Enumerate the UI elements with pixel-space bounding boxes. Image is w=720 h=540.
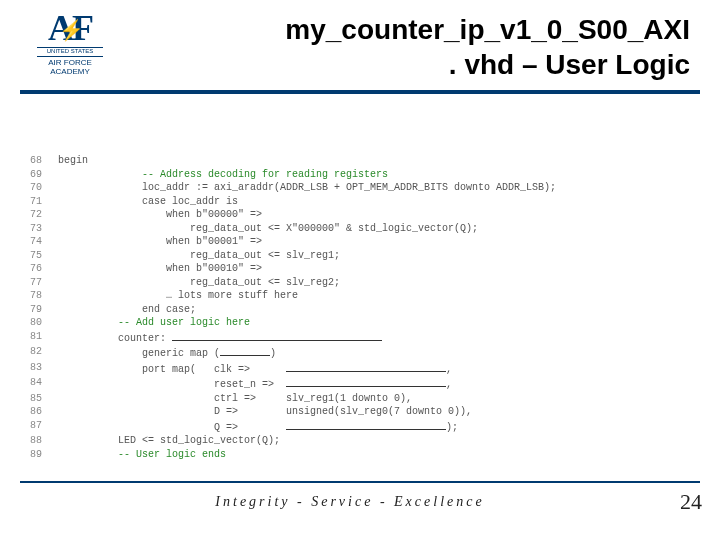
code-line: 87 Q => ); bbox=[30, 419, 690, 435]
line-number: 88 bbox=[30, 434, 58, 448]
line-number: 74 bbox=[30, 235, 58, 249]
code-text: when b"00010" => bbox=[58, 262, 690, 276]
code-text: reg_data_out <= slv_reg1; bbox=[58, 249, 690, 263]
code-text: LED <= std_logic_vector(Q); bbox=[58, 434, 690, 448]
code-line: 76 when b"00010" => bbox=[30, 262, 690, 276]
line-number: 86 bbox=[30, 405, 58, 419]
code-line: 88 LED <= std_logic_vector(Q); bbox=[30, 434, 690, 448]
code-text: counter: bbox=[58, 330, 690, 346]
code-line: 68begin bbox=[30, 154, 690, 168]
code-text: loc_addr := axi_araddr(ADDR_LSB + OPT_ME… bbox=[58, 181, 690, 195]
code-text: -- Address decoding for reading register… bbox=[58, 168, 690, 182]
logo-text: UNITED STATES AIR FORCE ACADEMY bbox=[20, 46, 120, 76]
code-line: 70 loc_addr := axi_araddr(ADDR_LSB + OPT… bbox=[30, 181, 690, 195]
usafa-logo: AF ⚡ UNITED STATES AIR FORCE ACADEMY bbox=[20, 12, 120, 77]
code-line: 83 port map( clk => , bbox=[30, 361, 690, 377]
line-number: 89 bbox=[30, 448, 58, 462]
line-number: 75 bbox=[30, 249, 58, 263]
code-line: 71 case loc_addr is bbox=[30, 195, 690, 209]
motto: Integrity - Service - Excellence bbox=[20, 494, 680, 510]
line-number: 76 bbox=[30, 262, 58, 276]
code-line: 77 reg_data_out <= slv_reg2; bbox=[30, 276, 690, 290]
code-line: 69 -- Address decoding for reading regis… bbox=[30, 168, 690, 182]
footer: Integrity - Service - Excellence 24 bbox=[0, 489, 720, 525]
code-listing: 68begin69 -- Address decoding for readin… bbox=[0, 94, 720, 471]
code-line: 84 reset_n => , bbox=[30, 376, 690, 392]
line-number: 68 bbox=[30, 154, 58, 168]
code-text: … lots more stuff here bbox=[58, 289, 690, 303]
code-line: 80 -- Add user logic here bbox=[30, 316, 690, 330]
line-number: 79 bbox=[30, 303, 58, 317]
line-number: 78 bbox=[30, 289, 58, 303]
logo-line2: ACADEMY bbox=[50, 67, 90, 76]
code-line: 85 ctrl => slv_reg1(1 downto 0), bbox=[30, 392, 690, 406]
code-line: 79 end case; bbox=[30, 303, 690, 317]
code-line: 73 reg_data_out <= X"000000" & std_logic… bbox=[30, 222, 690, 236]
code-text: ctrl => slv_reg1(1 downto 0), bbox=[58, 392, 690, 406]
code-text: when b"00000" => bbox=[58, 208, 690, 222]
code-text: reset_n => , bbox=[58, 376, 690, 392]
page-number: 24 bbox=[680, 489, 702, 515]
line-number: 84 bbox=[30, 376, 58, 392]
code-text: port map( clk => , bbox=[58, 361, 690, 377]
line-number: 80 bbox=[30, 316, 58, 330]
code-line: 81 counter: bbox=[30, 330, 690, 346]
line-number: 77 bbox=[30, 276, 58, 290]
line-number: 87 bbox=[30, 419, 58, 435]
code-line: 82 generic map () bbox=[30, 345, 690, 361]
code-text: reg_data_out <= X"000000" & std_logic_ve… bbox=[58, 222, 690, 236]
logo-mark: AF ⚡ bbox=[20, 12, 120, 44]
code-text: reg_data_out <= slv_reg2; bbox=[58, 276, 690, 290]
code-text: case loc_addr is bbox=[58, 195, 690, 209]
code-text: when b"00001" => bbox=[58, 235, 690, 249]
lightning-icon: ⚡ bbox=[59, 21, 82, 39]
code-line: 75 reg_data_out <= slv_reg1; bbox=[30, 249, 690, 263]
slide-header: AF ⚡ UNITED STATES AIR FORCE ACADEMY my_… bbox=[0, 0, 720, 90]
code-line: 72 when b"00000" => bbox=[30, 208, 690, 222]
line-number: 70 bbox=[30, 181, 58, 195]
slide-title: my_counter_ip_v1_0_S00_AXI . vhd – User … bbox=[120, 12, 700, 82]
code-text: begin bbox=[58, 154, 690, 168]
code-line: 78 … lots more stuff here bbox=[30, 289, 690, 303]
line-number: 83 bbox=[30, 361, 58, 377]
code-text: generic map () bbox=[58, 345, 690, 361]
code-text: -- Add user logic here bbox=[58, 316, 690, 330]
code-text: end case; bbox=[58, 303, 690, 317]
line-number: 85 bbox=[30, 392, 58, 406]
code-text: Q => ); bbox=[58, 419, 690, 435]
line-number: 73 bbox=[30, 222, 58, 236]
line-number: 71 bbox=[30, 195, 58, 209]
title-line2: . vhd – User Logic bbox=[449, 49, 690, 80]
line-number: 81 bbox=[30, 330, 58, 346]
footer-rule bbox=[20, 481, 700, 483]
logo-line1: AIR FORCE bbox=[48, 58, 92, 67]
code-line: 86 D => unsigned(slv_reg0(7 downto 0)), bbox=[30, 405, 690, 419]
line-number: 72 bbox=[30, 208, 58, 222]
logo-line0: UNITED STATES bbox=[37, 47, 103, 56]
code-line: 89 -- User logic ends bbox=[30, 448, 690, 462]
code-text: D => unsigned(slv_reg0(7 downto 0)), bbox=[58, 405, 690, 419]
title-line1: my_counter_ip_v1_0_S00_AXI bbox=[285, 14, 690, 45]
code-text: -- User logic ends bbox=[58, 448, 690, 462]
code-line: 74 when b"00001" => bbox=[30, 235, 690, 249]
line-number: 69 bbox=[30, 168, 58, 182]
line-number: 82 bbox=[30, 345, 58, 361]
